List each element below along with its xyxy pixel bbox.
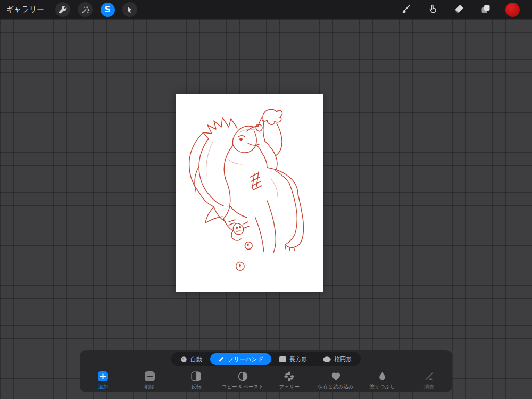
action-feather[interactable]: フェザー (266, 371, 313, 390)
action-clear[interactable]: 消去 (406, 371, 453, 390)
artwork-sketch (176, 94, 323, 292)
mode-ellipse[interactable]: 楕円形 (315, 353, 360, 365)
top-toolbar: ギャラリー S (0, 0, 532, 19)
toolbar-left-group: ギャラリー S (6, 2, 141, 18)
minus-square-icon (145, 371, 155, 381)
action-label: 反転 (191, 384, 201, 390)
action-label: コピー & ペースト (222, 384, 264, 390)
layers-icon (480, 4, 491, 16)
gallery-button[interactable]: ギャラリー (6, 5, 44, 14)
actions-button[interactable] (52, 2, 74, 18)
adjustments-button[interactable] (74, 2, 96, 18)
freehand-pencil-icon (218, 356, 225, 362)
canvas-pasteboard[interactable]: 自動 フリーハンド 長方形 (0, 19, 532, 399)
action-label: 塗りつぶし (370, 384, 395, 390)
paintbrush-icon (401, 4, 411, 16)
mode-label: 長方形 (289, 355, 307, 363)
action-copy-paste[interactable]: コピー & ペースト (220, 371, 267, 390)
selection-mode-segment: 自動 フリーハンド 長方形 (171, 352, 361, 366)
clear-brush-icon (424, 371, 434, 381)
ellipse-icon (323, 356, 331, 362)
toolbar-right-group (393, 2, 526, 18)
transform-arrow-icon (122, 2, 137, 17)
mode-label: 楕円形 (334, 355, 352, 363)
artwork-canvas[interactable] (176, 94, 323, 292)
smudge-finger-icon (428, 4, 438, 15)
copy-paste-icon (238, 371, 248, 381)
brush-button[interactable] (393, 2, 419, 18)
action-invert[interactable]: 反転 (173, 371, 220, 390)
mode-freehand[interactable]: フリーハンド (210, 353, 271, 365)
eraser-button[interactable] (446, 2, 472, 18)
active-color-swatch (505, 3, 520, 17)
action-label: 追加 (98, 384, 108, 390)
mode-rectangle[interactable]: 長方形 (271, 353, 315, 365)
action-label: 削除 (145, 384, 155, 390)
save-load-heart-icon (331, 371, 341, 381)
action-label: フェザー (279, 384, 300, 390)
procreate-app: ギャラリー S (0, 0, 532, 399)
action-color-fill[interactable]: 塗りつぶし (359, 371, 406, 390)
mode-automatic[interactable]: 自動 (172, 353, 210, 365)
action-label: 保存と読み込み (318, 384, 354, 390)
selection-action-row: 追加 削除 反転 (80, 371, 452, 390)
mode-label: 自動 (190, 355, 202, 363)
action-add[interactable]: 追加 (80, 371, 127, 390)
transform-button[interactable] (119, 2, 141, 18)
invert-icon (191, 371, 201, 381)
action-save-load[interactable]: 保存と読み込み (313, 371, 360, 390)
action-remove[interactable]: 削除 (127, 371, 173, 390)
rectangle-icon (279, 356, 286, 362)
color-fill-drop-icon (378, 371, 387, 381)
wrench-icon (55, 2, 70, 17)
eraser-icon (454, 4, 464, 16)
action-label: 消去 (424, 384, 434, 390)
selection-button[interactable]: S (96, 2, 119, 18)
mode-label: フリーハンド (228, 355, 263, 363)
plus-square-icon (98, 371, 108, 381)
selection-toolbar: 自動 フリーハンド 長方形 (80, 350, 452, 392)
feather-icon (284, 371, 294, 381)
smudge-button[interactable] (419, 2, 446, 18)
color-button[interactable] (499, 2, 526, 18)
selection-s-icon: S (101, 3, 115, 17)
automatic-icon (180, 356, 187, 363)
layers-button[interactable] (472, 2, 499, 18)
magic-wand-icon (78, 2, 93, 17)
